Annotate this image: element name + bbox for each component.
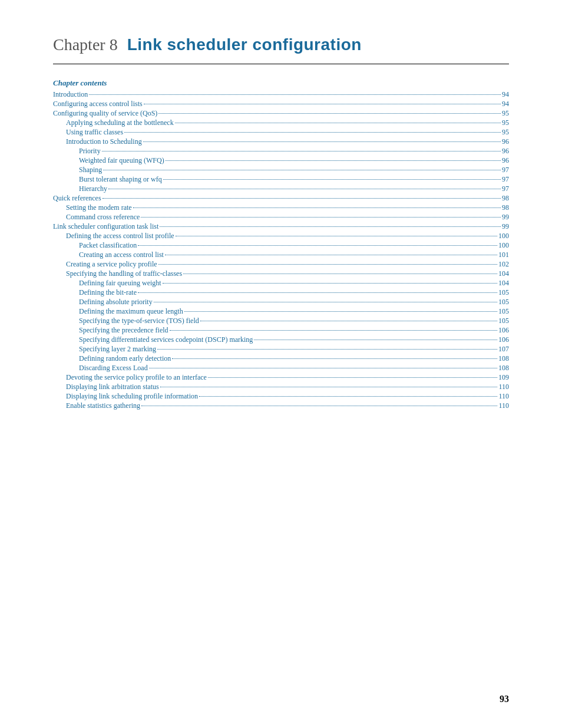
toc-page: 109	[498, 373, 509, 382]
toc-page: 98	[502, 194, 509, 203]
toc-entry: Burst tolerant shaping or wfq97	[53, 175, 509, 184]
toc-text: Discarding Excess Load	[53, 364, 148, 373]
toc-dots	[124, 132, 501, 133]
toc-text: Creating an access control list	[53, 251, 164, 259]
toc-entry: Weighted fair queuing (WFQ)96	[53, 156, 509, 165]
toc-page: 104	[498, 269, 509, 278]
toc-page: 104	[498, 279, 509, 288]
chapter-contents-label: Chapter contents	[53, 78, 509, 88]
chapter-title: Link scheduler configuration	[127, 35, 362, 54]
toc-page: 96	[502, 147, 509, 156]
toc-page: 95	[502, 128, 509, 137]
toc-text: Weighted fair queuing (WFQ)	[53, 156, 164, 165]
toc-dots	[183, 274, 497, 274]
toc-text: Packet classification	[53, 241, 137, 250]
toc-entry: Command cross reference99	[53, 213, 509, 222]
toc-page: 105	[498, 298, 509, 307]
toc-page: 108	[498, 364, 509, 373]
toc-text: Defining the maximum queue length	[53, 307, 183, 316]
toc-page: 105	[498, 307, 509, 316]
toc-text: Specifying the handling of traffic-class…	[53, 269, 182, 278]
toc-text: Configuring quality of service (QoS)	[53, 109, 157, 118]
toc-text: Specifying the precedence field	[53, 326, 168, 335]
toc-dots	[166, 160, 501, 161]
toc-entry: Discarding Excess Load108	[53, 364, 509, 373]
toc-page: 106	[498, 326, 509, 335]
toc-page: 97	[502, 166, 509, 174]
toc-page: 110	[498, 401, 509, 410]
toc-text: Applying scheduling at the bottleneck	[53, 118, 174, 127]
toc-dots	[170, 330, 497, 331]
toc-entry: Applying scheduling at the bottleneck95	[53, 118, 509, 127]
toc-text: Hierarchy	[53, 185, 107, 193]
toc-dots	[138, 292, 497, 293]
toc-text: Specifying the type-of-service (TOS) fie…	[53, 317, 199, 325]
toc-dots	[102, 151, 501, 151]
toc-text: Defining the access control list profile	[53, 232, 174, 241]
toc-page: 102	[498, 260, 509, 269]
toc-entry: Priority96	[53, 147, 509, 156]
toc-page: 99	[502, 213, 509, 222]
toc-entry: Specifying the handling of traffic-class…	[53, 269, 509, 278]
toc-dots	[141, 406, 497, 406]
toc-entry: Defining the access control list profile…	[53, 232, 509, 241]
toc-text: Enable statistics gathering	[53, 401, 140, 410]
toc-page: 100	[498, 241, 509, 250]
toc-entry: Introduction to Scheduling96	[53, 137, 509, 146]
toc-text: Quick references	[53, 194, 101, 203]
toc-page: 99	[502, 222, 509, 231]
toc-container: Introduction94Configuring access control…	[53, 90, 509, 410]
toc-dots	[103, 170, 501, 170]
toc-text: Displaying link arbitration status	[53, 383, 159, 391]
toc-dots	[144, 104, 501, 104]
toc-page: 108	[498, 354, 509, 363]
toc-dots	[158, 264, 497, 265]
toc-text: Introduction	[53, 90, 88, 99]
toc-text: Creating a service policy profile	[53, 260, 157, 269]
toc-dots	[157, 349, 497, 350]
chapter-divider	[53, 64, 509, 64]
toc-page: 96	[502, 137, 509, 146]
toc-entry: Packet classification100	[53, 241, 509, 250]
toc-text: Priority	[53, 147, 101, 156]
toc-dots	[208, 377, 497, 378]
toc-entry: Defining the maximum queue length105	[53, 307, 509, 316]
toc-text: Displaying link scheduling profile infor…	[53, 392, 198, 401]
toc-dots	[175, 123, 501, 123]
toc-dots	[160, 387, 498, 387]
toc-entry: Using traffic classes95	[53, 128, 509, 137]
toc-page: 95	[502, 109, 509, 118]
toc-entry: Devoting the service policy profile to a…	[53, 373, 509, 382]
toc-text: Specifying layer 2 marking	[53, 345, 156, 354]
page-number: 93	[500, 694, 509, 704]
toc-text: Introduction to Scheduling	[53, 137, 142, 146]
toc-page: 94	[502, 90, 509, 99]
toc-text: Command cross reference	[53, 213, 140, 222]
toc-entry: Displaying link scheduling profile infor…	[53, 392, 509, 401]
toc-page: 100	[498, 232, 509, 241]
toc-entry: Defining absolute priority105	[53, 298, 509, 307]
toc-entry: Specifying layer 2 marking107	[53, 345, 509, 354]
toc-text: Shaping	[53, 166, 102, 174]
toc-text: Defining random early detection	[53, 354, 171, 363]
toc-entry: Introduction94	[53, 90, 509, 99]
toc-entry: Creating a service policy profile102	[53, 260, 509, 269]
toc-text: Configuring access control lists	[53, 100, 143, 108]
toc-entry: Defining random early detection108	[53, 354, 509, 363]
toc-dots	[172, 358, 497, 359]
toc-dots	[176, 236, 497, 236]
toc-entry: Configuring access control lists94	[53, 100, 509, 108]
toc-entry: Hierarchy97	[53, 185, 509, 193]
toc-text: Defining fair queuing weight	[53, 279, 161, 288]
toc-page: 98	[502, 203, 509, 212]
toc-dots	[160, 226, 501, 227]
toc-page: 107	[498, 345, 509, 354]
toc-entry: Displaying link arbitration status110	[53, 383, 509, 391]
toc-dots	[133, 207, 501, 208]
toc-entry: Specifying the precedence field106	[53, 326, 509, 335]
toc-dots	[163, 283, 497, 284]
toc-dots	[158, 113, 501, 114]
toc-entry: Configuring quality of service (QoS)95	[53, 109, 509, 118]
toc-page: 106	[498, 335, 509, 344]
toc-dots	[141, 217, 501, 218]
